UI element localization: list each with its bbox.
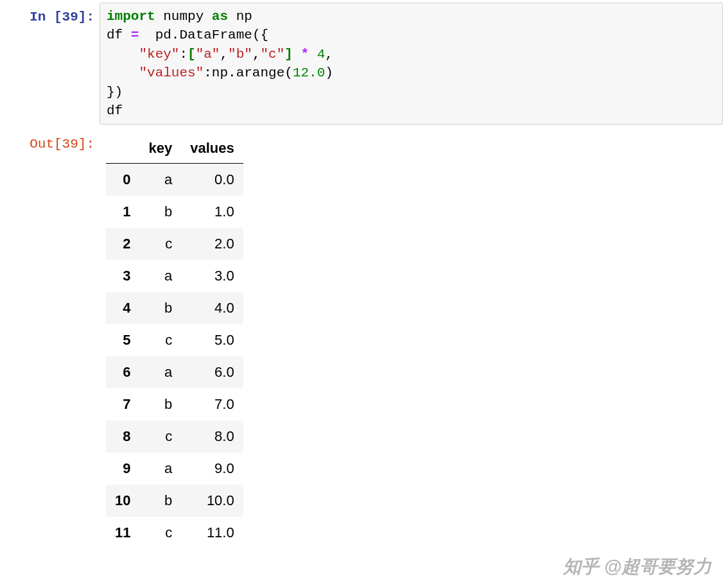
table-row: 7b7.0: [106, 388, 243, 420]
dataframe-table: key values 0a0.01b1.02c2.03a3.04b4.05c5.…: [106, 134, 243, 549]
table-row: 3a3.0: [106, 260, 243, 292]
cell-values: 1.0: [181, 196, 243, 228]
cell-key: a: [139, 356, 181, 388]
cell-values: 7.0: [181, 388, 243, 420]
row-index: 1: [106, 196, 139, 228]
cell-key: a: [139, 453, 181, 485]
row-index: 8: [106, 420, 139, 453]
table-row: 9a9.0: [106, 453, 243, 485]
row-index: 3: [106, 260, 139, 292]
cell-values: 0.0: [181, 164, 243, 196]
cell-values: 5.0: [181, 324, 243, 356]
cell-values: 9.0: [181, 453, 243, 485]
cell-values: 2.0: [181, 228, 243, 260]
cell-key: c: [139, 517, 181, 549]
alias-np: np: [236, 9, 252, 24]
string-values: "values": [139, 65, 204, 80]
cell-key: c: [139, 324, 181, 356]
table-row: 0a0.0: [106, 164, 243, 196]
keyword-import: import: [107, 9, 155, 24]
module-numpy: numpy: [163, 9, 204, 24]
table-row: 11c11.0: [106, 517, 243, 549]
expr-df: df: [107, 103, 123, 118]
row-index: 9: [106, 453, 139, 485]
cell-key: b: [139, 485, 181, 517]
table-header-row: key values: [106, 134, 243, 164]
row-index: 5: [106, 324, 139, 356]
equals-op: =: [131, 28, 139, 42]
cell-values: 6.0: [181, 356, 243, 388]
cell-key: b: [139, 196, 181, 228]
table-row: 1b1.0: [106, 196, 243, 228]
open-bracket-icon: [: [187, 47, 196, 62]
cell-values: 11.0: [181, 517, 243, 549]
cell-values: 4.0: [181, 292, 243, 324]
input-cell: In [39]: import numpy as np df = pd.Data…: [0, 0, 723, 127]
string-key: "key": [139, 47, 179, 62]
col-header-key: key: [139, 134, 181, 164]
input-prompt: In [39]:: [0, 3, 100, 26]
row-index: 11: [106, 517, 139, 549]
cell-values: 3.0: [181, 260, 243, 292]
row-index: 2: [106, 228, 139, 260]
cell-key: b: [139, 292, 181, 324]
table-row: 2c2.0: [106, 228, 243, 260]
cell-key: c: [139, 420, 181, 453]
close-bracket-icon: ]: [284, 47, 293, 62]
star-op: *: [301, 47, 309, 62]
table-row: 8c8.0: [106, 420, 243, 453]
output-cell: Out[39]: key values 0a0.01b1.02c2.03a3.0…: [0, 127, 723, 555]
col-header-values: values: [181, 134, 243, 164]
dataframe-call: pd.DataFrame({: [155, 28, 268, 42]
row-index: 7: [106, 388, 139, 420]
table-row: 10b10.0: [106, 485, 243, 517]
cell-key: a: [139, 260, 181, 292]
row-index: 0: [106, 164, 139, 196]
cell-values: 10.0: [181, 485, 243, 517]
row-index: 6: [106, 356, 139, 388]
table-row: 5c5.0: [106, 324, 243, 356]
code-editor[interactable]: import numpy as np df = pd.DataFrame({ "…: [100, 3, 723, 125]
output-prompt: Out[39]:: [0, 130, 100, 153]
keyword-as: as: [212, 9, 228, 24]
row-index: 4: [106, 292, 139, 324]
cell-key: c: [139, 228, 181, 260]
cell-key: b: [139, 388, 181, 420]
output-area: key values 0a0.01b1.02c2.03a3.04b4.05c5.…: [100, 130, 723, 553]
var-df: df: [107, 28, 123, 42]
cell-key: a: [139, 164, 181, 196]
index-header: [106, 134, 139, 164]
table-row: 4b4.0: [106, 292, 243, 324]
cell-values: 8.0: [181, 420, 243, 453]
row-index: 10: [106, 485, 139, 517]
table-row: 6a6.0: [106, 356, 243, 388]
